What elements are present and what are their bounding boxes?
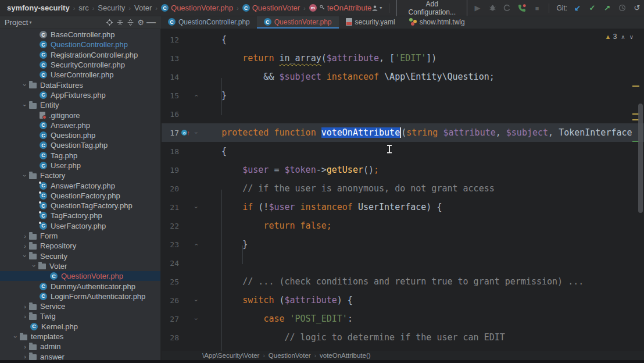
- tree-item-form[interactable]: ›Form: [0, 231, 160, 241]
- tree-item-answer-php[interactable]: CAnswer.php: [0, 120, 160, 130]
- tree-item-securitycontroller-php[interactable]: CSecurityController.php: [0, 60, 160, 70]
- tree-item-question-php[interactable]: CQuestion.php: [0, 130, 160, 140]
- editor-breadcrumb-item[interactable]: \App\Security\Voter: [202, 352, 259, 359]
- git-commit-icon[interactable]: ✓: [588, 3, 598, 13]
- chevron-expanded-icon[interactable]: ›: [22, 252, 28, 260]
- line-number[interactable]: 25: [162, 277, 179, 286]
- line-number[interactable]: 22: [162, 222, 179, 230]
- tree-item-questiontagfactory-php[interactable]: CQuestionTagFactory.php: [0, 201, 160, 211]
- tree-item-entity[interactable]: ›Entity: [0, 100, 160, 110]
- breadcrumb-item[interactable]: CQuestionVoter.php: [161, 3, 233, 12]
- git-update-icon[interactable]: ↙: [573, 3, 582, 13]
- tree-item--gitignore[interactable]: .gitignore: [0, 110, 160, 120]
- tree-item-questionvoter-php[interactable]: CQuestionVoter.php: [0, 271, 160, 281]
- tab-security-yaml[interactable]: security.yaml: [339, 16, 402, 29]
- tree-item-userfactory-php[interactable]: CUserFactory.php: [0, 221, 160, 231]
- tree-item-service[interactable]: ›Service: [0, 301, 160, 311]
- line-number[interactable]: 18: [162, 147, 179, 156]
- line-number[interactable]: 16: [162, 110, 179, 119]
- line-number[interactable]: 19: [162, 166, 179, 175]
- user-avatar-icon[interactable]: ▾: [371, 3, 382, 13]
- tree-item-admin[interactable]: ›admin: [0, 341, 160, 351]
- line-number[interactable]: 13: [162, 54, 179, 63]
- tree-item-templates[interactable]: ›templates: [0, 332, 160, 341]
- next-warning-icon[interactable]: ∨: [629, 34, 634, 40]
- line-number[interactable]: 24: [162, 259, 179, 268]
- debug-icon[interactable]: [488, 3, 498, 13]
- line-number[interactable]: 12: [162, 35, 179, 44]
- chevron-collapsed-icon[interactable]: ›: [21, 303, 29, 310]
- chevron-expanded-icon[interactable]: ›: [12, 333, 19, 341]
- rollback-icon[interactable]: ↺: [632, 3, 642, 13]
- tab-questionvoter-php[interactable]: CQuestionVoter.php: [257, 16, 339, 29]
- breadcrumb-item[interactable]: CQuestionVoter: [242, 3, 300, 12]
- overrides-method-icon[interactable]: o↑: [179, 129, 192, 136]
- fold-start-icon[interactable]: ›: [192, 130, 201, 136]
- add-configuration-button[interactable]: Add Configuration...: [396, 0, 467, 19]
- tree-item-registrationcontroller-php[interactable]: CRegistrationController.php: [0, 50, 160, 60]
- tree-item-appfixtures-php[interactable]: CAppFixtures.php: [0, 90, 160, 100]
- line-number[interactable]: 20: [162, 184, 179, 193]
- chevron-collapsed-icon[interactable]: ›: [21, 313, 29, 320]
- git-push-icon[interactable]: ↗: [602, 3, 612, 13]
- chevron-expanded-icon[interactable]: ›: [22, 172, 28, 180]
- tree-item-tag-php[interactable]: CTag.php: [0, 151, 160, 161]
- fold-start-icon[interactable]: ›: [192, 204, 201, 211]
- tree-item-datafixtures[interactable]: ›DataFixtures: [0, 80, 160, 90]
- fold-start-icon[interactable]: ›: [192, 316, 201, 322]
- locate-icon[interactable]: [104, 19, 115, 26]
- line-number[interactable]: 14: [162, 73, 179, 81]
- chevron-collapsed-icon[interactable]: ›: [21, 233, 29, 240]
- editor-breadcrumb-item[interactable]: QuestionVoter: [269, 352, 311, 359]
- phone-debug-listen-icon[interactable]: [517, 3, 527, 13]
- tree-item-answerfactory-php[interactable]: CAnswerFactory.php: [0, 180, 160, 190]
- tree-item-voter[interactable]: ›Voter: [0, 261, 160, 271]
- tree-item-security[interactable]: ›Security: [0, 251, 160, 261]
- settings-icon[interactable]: ⚙: [135, 18, 146, 27]
- tab-questioncontroller-php[interactable]: CQuestionController.php: [161, 16, 257, 29]
- hide-panel-icon[interactable]: —: [146, 17, 156, 28]
- tree-item-answer[interactable]: ›answer: [0, 352, 160, 361]
- tree-item-user-php[interactable]: CUser.php: [0, 161, 160, 170]
- run-icon[interactable]: ▶: [473, 3, 482, 13]
- fold-start-icon[interactable]: ›: [192, 297, 201, 304]
- chevron-collapsed-icon[interactable]: ›: [21, 353, 29, 360]
- stop-icon[interactable]: ■: [532, 3, 542, 13]
- chevron-collapsed-icon[interactable]: ›: [21, 243, 29, 250]
- editor-scrollbar[interactable]: [638, 104, 643, 213]
- chevron-expanded-icon[interactable]: ›: [22, 81, 28, 89]
- tree-item-usercontroller-php[interactable]: CUserController.php: [0, 70, 160, 80]
- tree-item-questioncontroller-php[interactable]: CQuestionController.php: [0, 40, 160, 49]
- line-number[interactable]: 15: [162, 91, 179, 100]
- breadcrumb-item[interactable]: src: [78, 3, 88, 12]
- tree-item-kernel-php[interactable]: CKernel.php: [0, 322, 160, 332]
- line-number[interactable]: 26: [162, 296, 179, 305]
- breadcrumb-item[interactable]: Security: [98, 3, 125, 12]
- editor-breadcrumb-item[interactable]: voteOnAttribute(): [320, 352, 371, 359]
- breadcrumb-item[interactable]: Voter: [134, 3, 152, 12]
- line-number[interactable]: 23: [162, 240, 179, 249]
- tree-item-questiontag-php[interactable]: CQuestionTag.php: [0, 140, 160, 150]
- previous-warning-icon[interactable]: ∧: [621, 34, 625, 40]
- tree-item-tagfactory-php[interactable]: CTagFactory.php: [0, 211, 160, 220]
- tree-item-loginformauthenticator-php[interactable]: CLoginFormAuthenticator.php: [0, 291, 160, 301]
- tree-item-factory[interactable]: ›Factory: [0, 170, 160, 180]
- chevron-expanded-icon[interactable]: ›: [22, 101, 28, 109]
- tree-item-twig[interactable]: ›Twig: [0, 311, 160, 321]
- history-icon[interactable]: [617, 3, 627, 13]
- inspections-widget[interactable]: ▲ 3 ∧ ∨: [604, 33, 634, 41]
- tree-item-basecontroller-php[interactable]: CBaseController.php: [0, 30, 160, 40]
- chevron-collapsed-icon[interactable]: ›: [21, 343, 29, 350]
- tree-item-dummyauthenticator-php[interactable]: CDummyAuthenticator.php: [0, 281, 160, 291]
- line-number[interactable]: 17: [162, 129, 179, 137]
- line-number[interactable]: 28: [162, 333, 179, 342]
- fold-end-icon[interactable]: ›: [192, 92, 201, 99]
- tree-item-repository[interactable]: ›Repository: [0, 241, 160, 251]
- fold-end-icon[interactable]: ›: [192, 241, 201, 248]
- chevron-expanded-icon[interactable]: ›: [31, 262, 38, 270]
- tab-show-html-twig[interactable]: show.html.twig: [402, 16, 472, 29]
- breadcrumb-item[interactable]: symfony-security: [7, 3, 70, 12]
- tree-item-questionfactory-php[interactable]: CQuestionFactory.php: [0, 191, 160, 201]
- line-number[interactable]: 21: [162, 203, 179, 212]
- expand-all-icon[interactable]: [125, 19, 135, 26]
